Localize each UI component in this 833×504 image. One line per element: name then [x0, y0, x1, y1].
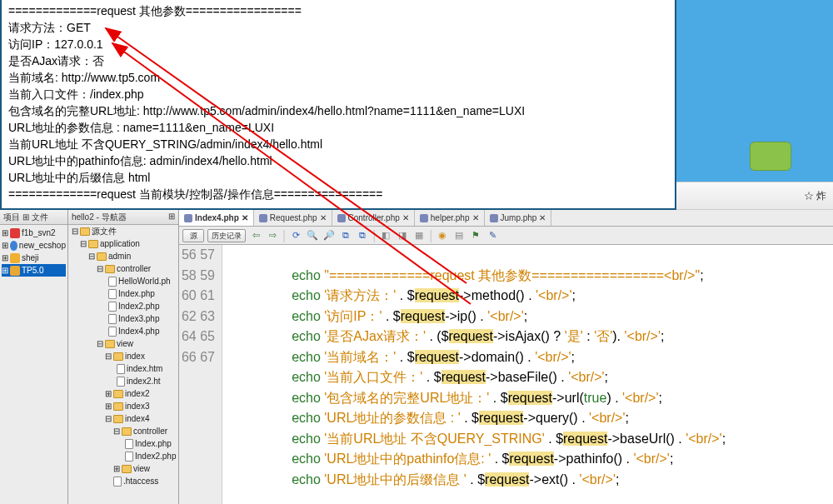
file-icon	[117, 364, 125, 374]
file-icon	[108, 277, 117, 287]
output-line: 包含域名的完整URL地址: http://www.tp5.com/admin/i…	[8, 102, 668, 119]
mark-icon[interactable]: ⚑	[469, 229, 482, 242]
code-lines[interactable]: echo "=============request 其他参数=========…	[222, 245, 833, 504]
output-line: 请求方法：GET	[8, 19, 668, 36]
folder-icon	[80, 227, 90, 236]
nav-fwd-icon[interactable]: ⇨	[266, 229, 279, 242]
tab-helper[interactable]: helper.php✕	[415, 210, 485, 226]
nav-back-icon[interactable]: ⇦	[249, 229, 262, 242]
zoom-out-icon[interactable]: 🔍	[306, 229, 319, 242]
output-line: URL地址的参数信息 : name=1111&en_name=LUXI	[8, 119, 668, 136]
close-icon[interactable]: ✕	[402, 213, 409, 222]
file-icon	[125, 439, 133, 449]
tab-request[interactable]: Request.php✕	[254, 210, 332, 226]
php-icon	[337, 214, 346, 222]
output-line: 当前URL地址 不含QUERY_STRING/admin/index4/hell…	[8, 136, 668, 152]
outdent-icon[interactable]: ⧉	[356, 229, 369, 242]
php-icon	[259, 214, 267, 222]
tool-icon[interactable]: ◧	[379, 229, 392, 242]
line-gutter: 56 57 58 59 60 61 62 63 64 65 66 67	[179, 245, 222, 504]
address-bar-fragment: ☆ 炸	[676, 182, 833, 210]
editor-area: Index4.php✕ Request.php✕ Controller.php✕…	[179, 210, 833, 504]
folder-icon	[122, 465, 132, 473]
ide-window: 项目 ⊞ 文件 ⊞f1b_svn2 ⊞new_ecshop ⊞sheji ⊞TP…	[0, 210, 833, 504]
folder-icon	[113, 390, 123, 398]
desktop-icon	[750, 142, 791, 171]
folder-icon	[97, 252, 107, 261]
code-editor[interactable]: 56 57 58 59 60 61 62 63 64 65 66 67 echo…	[179, 245, 833, 504]
folder-icon	[113, 402, 123, 411]
output-line: 访问IP：127.0.0.1	[8, 36, 668, 52]
close-icon[interactable]: ✕	[242, 213, 248, 222]
project-icon	[10, 253, 20, 263]
file-icon	[108, 314, 117, 324]
file-icon	[108, 302, 117, 312]
output-line: URL地址中的pathinfo信息: admin/index4/hello.ht…	[8, 152, 668, 169]
indent-icon[interactable]: ⧉	[339, 229, 352, 242]
output-line: =============request 其他参数===============…	[8, 2, 668, 19]
addr-star-icon: ☆ 炸	[804, 190, 826, 202]
browser-output-pane: =============request 其他参数===============…	[0, 0, 676, 210]
refresh-icon[interactable]: ⟳	[289, 229, 302, 242]
close-icon[interactable]: ✕	[472, 213, 479, 222]
file-icon	[117, 377, 125, 387]
php-icon	[184, 214, 192, 222]
folder-icon	[105, 340, 115, 348]
source-button[interactable]: 源	[182, 229, 204, 242]
file-icon	[113, 477, 122, 487]
settings-icon[interactable]: ▤	[452, 229, 466, 242]
editor-tabs: Index4.php✕ Request.php✕ Controller.php✕…	[179, 210, 833, 227]
project-icon	[10, 266, 20, 276]
run-icon[interactable]: ◉	[436, 229, 449, 242]
navigator-panel: hello2 - 导航器 ⊞ ⊟源文件 ⊟application ⊟admin …	[68, 210, 179, 504]
close-icon[interactable]: ✕	[539, 213, 546, 222]
output-line: 当前入口文件：/index.php	[8, 86, 668, 102]
output-line: 是否AJax请求：否	[8, 52, 668, 69]
close-icon[interactable]: ✕	[320, 213, 327, 222]
project-tree[interactable]: ⊞f1b_svn2 ⊞new_ecshop ⊞sheji ⊞TP5.0	[0, 225, 67, 278]
folder-icon	[113, 415, 123, 423]
php-icon	[490, 214, 498, 222]
project-header[interactable]: 项目 ⊞ 文件	[0, 210, 67, 225]
folder-icon	[122, 427, 132, 436]
tab-index4[interactable]: Index4.php✕	[179, 210, 254, 226]
file-icon	[125, 452, 133, 462]
php-icon	[420, 214, 428, 222]
project-icon	[10, 228, 20, 238]
history-button[interactable]: 历史记录	[207, 229, 246, 242]
project-icon	[10, 241, 17, 251]
navigator-tree[interactable]: ⊟源文件 ⊟application ⊟admin ⊟controller Hel…	[68, 225, 178, 504]
folder-icon	[113, 352, 123, 361]
tool-icon[interactable]: ◨	[396, 229, 409, 242]
output-line: =============request 当前模块/控制器/操作信息======…	[8, 186, 668, 202]
comment-icon[interactable]: ✎	[486, 229, 499, 242]
output-line: URL地址中的后缀信息 html	[8, 169, 668, 186]
editor-toolbar: 源 历史记录 ⇦ ⇨ | ⟳ 🔍 🔎 ⧉ ⧉ | ◧ ◨ ▦ | ◉ ▤ ⚑ ✎	[179, 227, 833, 245]
tab-controller[interactable]: Controller.php✕	[332, 210, 415, 226]
tab-jump[interactable]: Jump.php✕	[485, 210, 552, 226]
file-icon	[108, 289, 117, 299]
project-panel: 项目 ⊞ 文件 ⊞f1b_svn2 ⊞new_ecshop ⊞sheji ⊞TP…	[0, 210, 68, 504]
navigator-header[interactable]: hello2 - 导航器 ⊞	[68, 210, 178, 225]
zoom-in-icon[interactable]: 🔎	[322, 229, 336, 242]
collapse-icon[interactable]: ⊞	[168, 212, 175, 222]
folder-icon	[88, 240, 98, 248]
output-line: 当前域名: http://www.tp5.com	[8, 69, 668, 86]
tool-icon[interactable]: ▦	[412, 229, 426, 242]
folder-icon	[105, 265, 115, 273]
file-icon	[108, 327, 117, 337]
